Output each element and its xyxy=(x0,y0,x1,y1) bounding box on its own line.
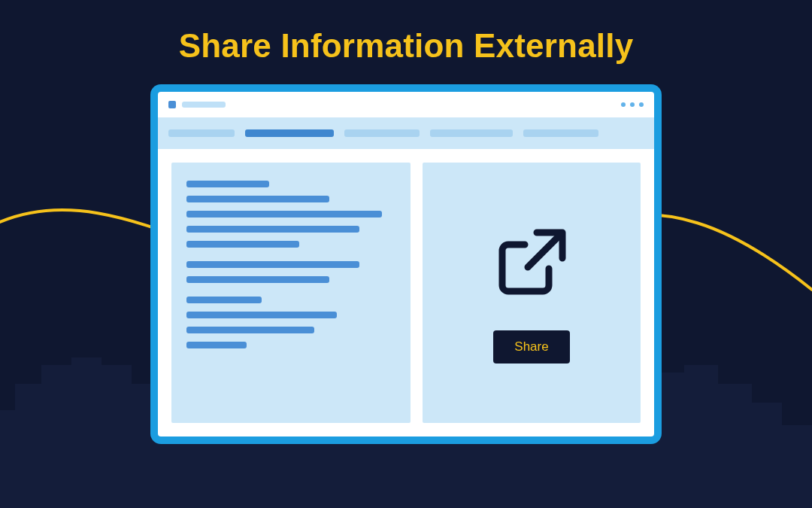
text-line-placeholder xyxy=(186,261,359,268)
tab-item-active[interactable] xyxy=(245,129,334,137)
dot-icon xyxy=(621,102,626,107)
titlebar-menu-dots[interactable] xyxy=(621,102,644,107)
tab-item[interactable] xyxy=(168,129,235,137)
titlebar-address-placeholder xyxy=(182,102,226,108)
browser-content: Share xyxy=(158,149,654,437)
titlebar-square-icon xyxy=(168,101,176,108)
dot-icon xyxy=(630,102,635,107)
text-line-placeholder xyxy=(186,297,262,303)
text-line-placeholder xyxy=(186,226,359,233)
text-line-placeholder xyxy=(186,211,382,217)
text-line-placeholder xyxy=(186,196,329,202)
browser-titlebar xyxy=(158,92,654,117)
text-line-placeholder xyxy=(186,241,299,248)
text-line-placeholder xyxy=(186,342,247,348)
share-button[interactable]: Share xyxy=(493,330,569,364)
tab-item[interactable] xyxy=(344,129,420,137)
external-link-icon xyxy=(490,222,573,305)
tab-item[interactable] xyxy=(430,129,513,137)
text-line-placeholder xyxy=(186,181,269,187)
browser-tabs xyxy=(158,117,654,149)
browser-window: Share xyxy=(150,84,662,444)
content-text-panel xyxy=(171,163,411,423)
page-title: Share Information Externally xyxy=(0,27,812,65)
tab-item[interactable] xyxy=(523,129,598,137)
share-panel: Share xyxy=(423,163,641,423)
dot-icon xyxy=(639,102,644,107)
browser-inner: Share xyxy=(158,92,654,437)
text-line-placeholder xyxy=(186,327,314,333)
text-line-placeholder xyxy=(186,276,329,283)
text-line-placeholder xyxy=(186,312,337,318)
